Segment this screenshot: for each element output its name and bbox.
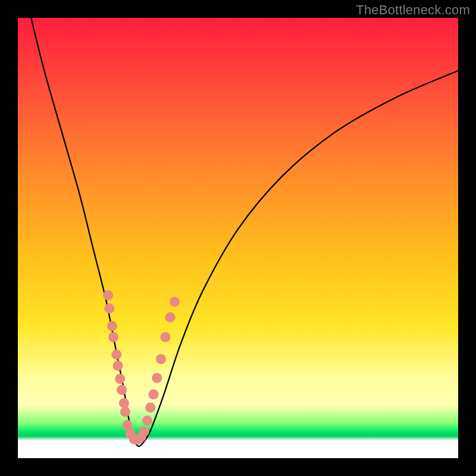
highlight-dot bbox=[103, 290, 113, 300]
highlight-dot bbox=[139, 427, 149, 437]
curve-svg bbox=[18, 18, 458, 458]
highlight-dot bbox=[145, 402, 155, 412]
highlight-dot bbox=[115, 374, 125, 384]
highlight-dots bbox=[103, 290, 180, 445]
chart-frame: TheBottleneck.com bbox=[0, 0, 476, 476]
highlight-dot bbox=[107, 321, 117, 331]
highlight-dot bbox=[165, 312, 176, 322]
highlight-dot bbox=[148, 389, 158, 399]
plot-area bbox=[18, 18, 458, 458]
highlight-dot bbox=[117, 385, 127, 395]
highlight-dot bbox=[152, 373, 162, 383]
highlight-dot bbox=[170, 297, 180, 307]
highlight-dot bbox=[156, 354, 166, 364]
highlight-dot bbox=[119, 398, 129, 408]
highlight-dot bbox=[108, 332, 118, 342]
highlight-dot bbox=[111, 350, 121, 360]
highlight-dot bbox=[160, 332, 170, 342]
watermark-text: TheBottleneck.com bbox=[356, 2, 470, 18]
highlight-dot bbox=[104, 303, 114, 314]
bottleneck-curve bbox=[31, 18, 458, 446]
highlight-dot bbox=[112, 361, 123, 371]
highlight-dot bbox=[123, 420, 133, 430]
highlight-dot bbox=[120, 407, 130, 417]
highlight-dot bbox=[142, 416, 152, 426]
